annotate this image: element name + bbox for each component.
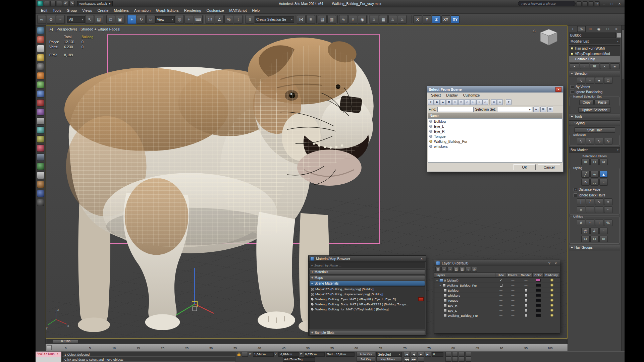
left-toolbar-icon-4[interactable] <box>37 54 44 61</box>
listener-line-2[interactable] <box>36 357 61 362</box>
radiosity-icon[interactable] <box>550 279 554 282</box>
selection-set-dropdown[interactable]: ▾ <box>497 107 532 112</box>
radiosity-icon[interactable] <box>550 309 554 312</box>
ok-button[interactable]: OK <box>514 164 536 170</box>
open-file-icon[interactable] <box>50 1 56 6</box>
hair-select-icon-4[interactable]: ∿ <box>604 138 612 144</box>
x-coordinate-field[interactable] <box>253 352 274 357</box>
save-file-icon[interactable] <box>57 1 62 6</box>
maximize-viewport-icon[interactable] <box>466 357 471 362</box>
restrict-z-button[interactable]: Z <box>432 15 441 23</box>
object-color-swatch[interactable] <box>536 304 541 307</box>
select-hair-icon[interactable]: ≈ <box>586 77 594 84</box>
list-item-whiskers[interactable]: whiskers <box>428 144 562 149</box>
help-icon[interactable]: ? <box>547 261 551 265</box>
menu-create[interactable]: Create <box>95 8 111 13</box>
rollout-tools[interactable]: +Tools <box>569 114 620 119</box>
list-item-eye-l[interactable]: Eye_L <box>428 124 562 129</box>
display-spacewarps-icon[interactable]: ◇ <box>458 99 464 105</box>
dialog-title-bar[interactable]: Select From Scene × <box>427 86 563 93</box>
close-icon[interactable]: × <box>419 257 424 261</box>
object-name-field[interactable] <box>569 33 616 38</box>
hair-recomb-icon[interactable]: ~ <box>604 206 612 213</box>
left-toolbar-icon-7[interactable] <box>37 81 44 88</box>
object-color-swatch[interactable] <box>536 314 541 317</box>
dialog-title-bar[interactable]: Layer: 0 (default) ? × <box>434 260 560 266</box>
by-vertex-checkbox[interactable]: By Vertex <box>568 84 621 89</box>
left-toolbar-icon-9[interactable] <box>37 99 44 107</box>
menu-edit[interactable]: Edit <box>38 8 50 13</box>
set-key-button[interactable]: Set Key <box>357 357 375 362</box>
minimize-button[interactable]: – <box>601 1 607 6</box>
materials-rollup[interactable]: +Materials <box>309 269 425 275</box>
layer-row[interactable]: Eye_L —— <box>434 308 560 313</box>
list-item-bulldog[interactable]: Bulldog <box>428 119 562 124</box>
list-view-icon[interactable]: ≡ <box>491 99 497 105</box>
help-icon[interactable]: ? <box>595 1 600 6</box>
add-time-tag[interactable]: Add Time Tag <box>283 357 315 362</box>
tab-create[interactable]: + <box>569 26 577 32</box>
stack-row-vray-displacement[interactable]: VRayDisplacementMod <box>569 51 620 56</box>
name-column-header[interactable]: Name <box>428 113 562 118</box>
undo-icon[interactable]: ↶ <box>63 1 68 6</box>
hair-frizz-icon[interactable]: ≈ <box>604 198 612 205</box>
left-toolbar-icon-11[interactable] <box>37 117 44 125</box>
hair-comb-icon[interactable]: × <box>577 206 585 213</box>
current-frame-field[interactable] <box>432 352 443 357</box>
list-item-tongue[interactable]: Tongue <box>428 134 562 139</box>
menu-select[interactable]: Select <box>428 93 443 98</box>
hair-scale-icon[interactable]: ∿ <box>595 198 603 205</box>
pan-icon[interactable] <box>445 357 451 362</box>
display-lights-icon[interactable]: ▲ <box>440 99 446 105</box>
select-object-icon[interactable]: ↖ <box>85 15 94 24</box>
hair-rotate-icon[interactable]: / <box>586 198 594 205</box>
layer-manager-icon[interactable]: ▥ <box>327 15 336 24</box>
stack-row-hair-fur[interactable]: Hair and Fur (WSM) <box>569 46 620 51</box>
time-slider-handle[interactable]: 0 / 100 <box>53 340 78 343</box>
style-hair-button[interactable]: Style Hair <box>574 127 615 133</box>
object-color-swatch[interactable] <box>536 299 541 302</box>
zoom-icon[interactable] <box>445 352 451 357</box>
renderable-icon[interactable] <box>525 309 528 312</box>
sample-slots-rollup[interactable]: +Sample Slots <box>309 330 425 335</box>
unlink-selection-icon[interactable]: ⊘ <box>47 15 55 24</box>
zoom-all-icon[interactable] <box>452 352 458 357</box>
new-layer-icon[interactable]: ⊞ <box>435 267 441 272</box>
display-geometry-icon[interactable]: ● <box>428 99 434 105</box>
browser-options-icon[interactable]: ▾ <box>311 263 313 267</box>
column-render[interactable]: Render <box>519 273 533 278</box>
app-logo-icon[interactable] <box>37 1 43 6</box>
left-toolbar-icon-15[interactable] <box>37 154 44 161</box>
left-toolbar-icon-12[interactable] <box>37 126 44 134</box>
expand-all-icon[interactable]: ⊞ <box>540 107 546 112</box>
communication-center-icon[interactable] <box>583 1 588 6</box>
menu-maxscript[interactable]: MAXScript <box>227 8 250 13</box>
named-selection-sets-dropdown[interactable]: Create Selection Se▾ <box>255 16 294 23</box>
selection-utility-icon-1[interactable]: ⊕ <box>581 159 590 165</box>
key-mode-toggle-icon[interactable] <box>418 357 424 362</box>
listener-line[interactable]: "Malicious s <box>36 352 61 357</box>
left-toolbar-icon-8[interactable] <box>37 90 44 98</box>
layer-row[interactable]: −Walking_Bulldog_Fur —— <box>434 283 560 288</box>
material-row[interactable]: Walking_Bulldog_Body_MAT ( VRayFastSSS2 … <box>310 302 425 307</box>
find-input[interactable] <box>437 107 474 112</box>
zoom-extents-icon[interactable] <box>459 352 465 357</box>
renderable-icon[interactable] <box>525 289 528 292</box>
align-icon[interactable]: ≡ <box>306 15 315 24</box>
hair-select-icon-3[interactable]: ∿ <box>595 138 603 144</box>
left-toolbar-icon-16[interactable] <box>37 163 44 170</box>
auto-key-button[interactable]: Auto Key <box>357 352 375 357</box>
show-end-result-icon[interactable]: ▫ <box>580 63 589 69</box>
display-xrefs-icon[interactable]: □ <box>470 99 476 105</box>
close-button[interactable]: × <box>616 1 623 6</box>
rollout-hair-groups[interactable]: +Hair Groups <box>569 245 620 250</box>
new-file-icon[interactable] <box>44 1 49 6</box>
layer-row[interactable]: −0 (default) ✓—— <box>434 278 560 283</box>
track-bar[interactable]: 0 5 10 15 20 25 30 35 40 45 50 55 60 65 … <box>46 344 568 351</box>
favorites-icon[interactable] <box>589 1 594 6</box>
select-and-manipulate-icon[interactable]: + <box>184 15 193 24</box>
orbit-icon[interactable] <box>459 357 465 362</box>
select-and-link-icon[interactable]: ∞ <box>37 15 46 24</box>
highlight-layer-icon[interactable]: ▥ <box>460 267 465 272</box>
keyboard-override-icon[interactable]: ⌨ <box>194 15 203 24</box>
